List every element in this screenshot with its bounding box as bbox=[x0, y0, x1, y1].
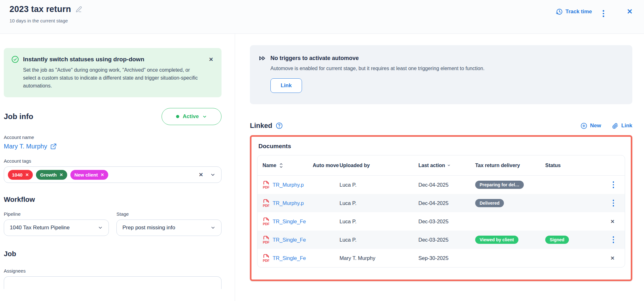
cell-last-action: Dec-03-2025 bbox=[418, 237, 475, 243]
documents-rows: PDF TR_Murphy.pLuca P.Dec-04-2025Prepari… bbox=[257, 176, 625, 267]
linked-heading: Linked bbox=[250, 122, 272, 130]
documents-heading: Documents bbox=[258, 143, 625, 150]
assignees-select[interactable] bbox=[4, 276, 222, 289]
close-panel-icon[interactable]: ✕ bbox=[627, 8, 633, 15]
external-link-icon[interactable] bbox=[50, 143, 57, 150]
tags-clear-icon[interactable]: ✕ bbox=[199, 172, 203, 178]
banner-title: Instantly switch statuses using drop-dow… bbox=[23, 56, 144, 63]
document-name-link[interactable]: TR_Single_Fe bbox=[273, 219, 306, 225]
column-name[interactable]: Name bbox=[257, 163, 313, 168]
track-time-button[interactable]: Track time bbox=[556, 8, 592, 15]
job-status-dropdown[interactable]: Active bbox=[162, 108, 222, 125]
sort-icon[interactable] bbox=[279, 163, 283, 168]
new-document-button[interactable]: New bbox=[581, 123, 601, 129]
table-row: PDF TR_Single_FeLuca P.Dec-03-2025✕ bbox=[257, 212, 625, 231]
tag-remove-icon[interactable]: ✕ bbox=[25, 172, 29, 177]
cell-uploaded-by: Luca P. bbox=[340, 182, 418, 188]
svg-text:PDF: PDF bbox=[263, 185, 270, 189]
documents-table-header: Name Auto move Uploaded by Last action T… bbox=[257, 155, 625, 176]
column-tax-return-delivery[interactable]: Tax return delivery bbox=[475, 163, 545, 168]
document-name-link[interactable]: TR_Single_Fe bbox=[273, 237, 306, 243]
sort-desc-icon[interactable] bbox=[447, 164, 451, 167]
svg-text:PDF: PDF bbox=[263, 204, 270, 208]
svg-text:PDF: PDF bbox=[263, 259, 270, 262]
cell-last-action: Dec-03-2025 bbox=[418, 219, 475, 225]
automove-title: No triggers to activate automove bbox=[270, 55, 359, 62]
table-row: PDF TR_Single_FeLuca P.Dec-03-2025Viewed… bbox=[257, 231, 625, 249]
pdf-file-icon: PDF bbox=[263, 235, 270, 244]
delivery-badge: Viewed by client bbox=[475, 236, 518, 244]
stage-duration: 10 days in the current stage bbox=[9, 18, 82, 23]
linked-panel: No triggers to activate automove Automov… bbox=[235, 34, 644, 301]
page-title: 2023 tax return bbox=[9, 4, 71, 14]
pdf-file-icon: PDF bbox=[263, 199, 270, 208]
pdf-file-icon: PDF bbox=[263, 180, 270, 189]
plus-circle-icon bbox=[581, 123, 587, 129]
documents-highlight-region: Documents Name Auto move Uploaded by Las… bbox=[250, 135, 632, 281]
column-auto-move[interactable]: Auto move bbox=[313, 162, 340, 168]
chevron-down-icon[interactable] bbox=[210, 172, 216, 178]
tag-remove-icon[interactable]: ✕ bbox=[101, 172, 104, 177]
account-tags-list: 1040✕Growth✕New client✕ bbox=[8, 170, 199, 180]
assignees-label: Assignees bbox=[4, 268, 222, 274]
fast-forward-icon bbox=[259, 55, 266, 62]
pdf-file-icon: PDF bbox=[263, 217, 270, 226]
status-badge: Signed bbox=[545, 236, 569, 244]
account-tag[interactable]: Growth✕ bbox=[36, 170, 67, 180]
status-hint-banner: Instantly switch statuses using drop-dow… bbox=[4, 48, 222, 97]
stage-label: Stage bbox=[116, 211, 222, 217]
document-name-link[interactable]: TR_Single_Fe bbox=[273, 255, 306, 261]
stage-value: Prep post missing info bbox=[122, 225, 175, 231]
delivery-badge: Preparing for del… bbox=[475, 181, 524, 189]
column-status[interactable]: Status bbox=[545, 163, 593, 168]
cell-tax-return-delivery: Preparing for del… bbox=[475, 181, 545, 189]
tag-label: 1040 bbox=[12, 172, 22, 178]
check-circle-icon bbox=[11, 56, 19, 63]
job-heading: Job bbox=[4, 250, 222, 258]
documents-table: Name Auto move Uploaded by Last action T… bbox=[257, 155, 625, 268]
status-dot-icon bbox=[176, 115, 179, 118]
table-row: PDF TR_Murphy.pLuca P.Dec-04-2025Prepari… bbox=[257, 176, 625, 194]
pipeline-select[interactable]: 1040 Tax Return Pipeline bbox=[4, 220, 109, 236]
table-row: PDF TR_Single_FeMary T. MurphySep-30-202… bbox=[257, 249, 625, 267]
edit-title-icon[interactable] bbox=[75, 6, 82, 13]
document-name-link[interactable]: TR_Murphy.p bbox=[273, 200, 304, 206]
row-menu-icon[interactable] bbox=[610, 234, 617, 245]
workflow-heading: Workflow bbox=[4, 196, 222, 204]
row-unlink-icon[interactable]: ✕ bbox=[609, 255, 617, 261]
account-tag[interactable]: New client✕ bbox=[70, 170, 108, 180]
paperclip-icon bbox=[612, 123, 618, 129]
automove-banner: No triggers to activate automove Automov… bbox=[250, 45, 632, 104]
row-menu-icon[interactable] bbox=[610, 198, 617, 208]
tag-remove-icon[interactable]: ✕ bbox=[60, 172, 63, 177]
clock-plus-icon bbox=[556, 8, 563, 15]
link-document-button[interactable]: Link bbox=[612, 123, 632, 129]
pdf-file-icon: PDF bbox=[263, 254, 270, 262]
chevron-down-icon bbox=[202, 114, 207, 119]
job-status-value: Active bbox=[183, 113, 199, 120]
cell-tax-return-delivery: Delivered bbox=[475, 199, 545, 207]
account-name-link[interactable]: Mary T. Murphy bbox=[4, 143, 47, 150]
stage-select[interactable]: Prep post missing info bbox=[116, 220, 222, 236]
help-icon[interactable] bbox=[276, 122, 283, 129]
more-options-icon[interactable] bbox=[600, 8, 607, 19]
row-menu-icon[interactable] bbox=[610, 179, 617, 190]
chevron-down-icon bbox=[210, 225, 216, 230]
tag-label: New client bbox=[74, 172, 98, 178]
row-unlink-icon[interactable]: ✕ bbox=[609, 219, 617, 225]
job-info-heading: Job info bbox=[4, 112, 33, 121]
tag-label: Growth bbox=[40, 172, 57, 178]
cell-last-action: Dec-04-2025 bbox=[418, 200, 475, 206]
document-name-link[interactable]: TR_Murphy.p bbox=[273, 182, 304, 188]
svg-text:PDF: PDF bbox=[263, 240, 270, 244]
banner-close-icon[interactable]: ✕ bbox=[209, 56, 213, 63]
job-details-panel: Instantly switch statuses using drop-dow… bbox=[0, 34, 235, 301]
column-uploaded-by[interactable]: Uploaded by bbox=[340, 163, 418, 168]
column-last-action[interactable]: Last action bbox=[418, 163, 475, 168]
banner-body: Set the job as "Active" during ongoing w… bbox=[23, 66, 200, 90]
automove-link-button[interactable]: Link bbox=[270, 78, 302, 93]
automove-body: Automove is enabled for current stage, b… bbox=[270, 66, 623, 71]
account-tags-select[interactable]: 1040✕Growth✕New client✕ ✕ bbox=[4, 166, 222, 183]
cell-last-action: Dec-04-2025 bbox=[418, 182, 475, 188]
account-tag[interactable]: 1040✕ bbox=[8, 170, 33, 180]
